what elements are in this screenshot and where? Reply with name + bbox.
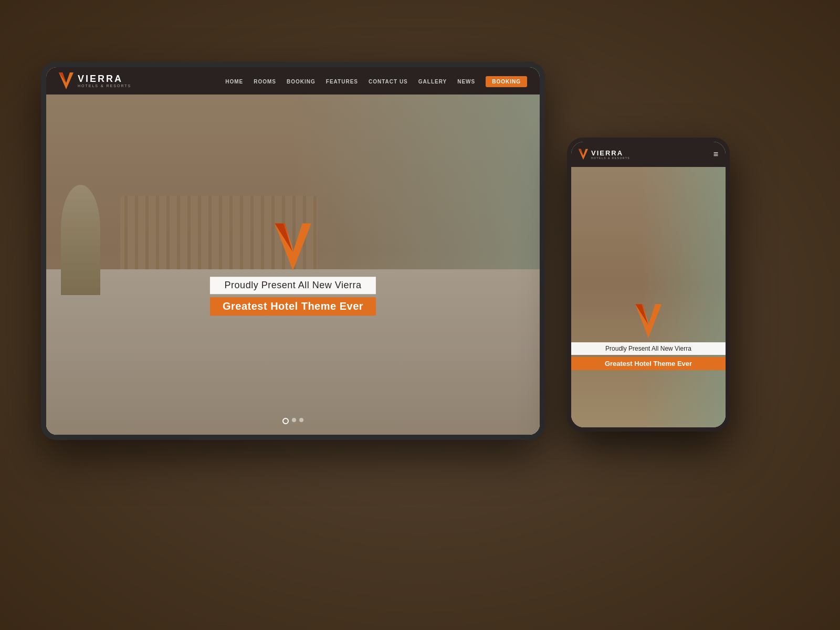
hero-headline: Greatest Hotel Theme Ever: [210, 297, 376, 316]
nav-item-gallery[interactable]: GALLERY: [418, 76, 447, 86]
logo-brand-subtitle: HOTELS & RESORTS: [78, 84, 131, 88]
mobile-navbar: VIERRA HOTELS & RESORTS ≡: [571, 142, 726, 167]
slider-dots[interactable]: [282, 418, 303, 424]
slider-dot-3[interactable]: [299, 418, 303, 422]
mobile-hero-v-icon: [635, 304, 662, 338]
svg-marker-8: [635, 304, 648, 325]
mobile-hero-content: Proudly Present All New Vierra Greatest …: [571, 304, 726, 370]
nav-item-booking[interactable]: BOOKING: [287, 76, 316, 86]
logo-brand-name: VIERRA: [78, 74, 131, 83]
mobile-hotel-background: [571, 142, 726, 427]
nav-item-home[interactable]: HOME: [225, 76, 243, 86]
mobile-logo-brand-subtitle: HOTELS & RESORTS: [591, 156, 630, 160]
mobile-frame: VIERRA HOTELS & RESORTS ≡: [567, 138, 730, 432]
mobile-hero-headline: Greatest Hotel Theme Ever: [571, 357, 726, 370]
hero-v-icon: [275, 223, 311, 270]
tablet-screen: VIERRA HOTELS & RESORTS HOME ROOMS BOOKI…: [46, 67, 540, 435]
nav-item-news[interactable]: NEWS: [457, 76, 475, 86]
logo-area[interactable]: VIERRA HOTELS & RESORTS: [59, 72, 131, 89]
logo-text-group: VIERRA HOTELS & RESORTS: [78, 74, 131, 88]
nav-item-features[interactable]: FEATURES: [326, 76, 358, 86]
nav-item-contact[interactable]: CONTACT US: [369, 76, 408, 86]
mobile-logo-brand-name: VIERRA: [591, 150, 630, 156]
tablet-hero-content: Proudly Present All New Vierra Greatest …: [210, 223, 376, 316]
mobile-logo-text-group: VIERRA HOTELS & RESORTS: [591, 150, 630, 160]
hamburger-menu-icon[interactable]: ≡: [713, 150, 718, 159]
svg-marker-3: [275, 223, 293, 252]
slider-dot-2[interactable]: [292, 418, 296, 422]
mobile-hero-tagline: Proudly Present All New Vierra: [571, 342, 726, 355]
hero-tagline: Proudly Present All New Vierra: [210, 277, 376, 294]
mobile-logo-v-icon: [579, 149, 588, 160]
mobile-screen: VIERRA HOTELS & RESORTS ≡: [571, 142, 726, 427]
mobile-hero-v-logo: [571, 304, 726, 338]
tablet-navbar: VIERRA HOTELS & RESORTS HOME ROOMS BOOKI…: [46, 67, 540, 94]
nav-item-rooms[interactable]: ROOMS: [254, 76, 276, 86]
mobile-hotel-overlay: [571, 142, 726, 427]
nav-item-booking-btn[interactable]: BOOKING: [486, 76, 527, 86]
nav-links: HOME ROOMS BOOKING FEATURES CONTACT US G…: [225, 76, 527, 86]
tablet-frame: VIERRA HOTELS & RESORTS HOME ROOMS BOOKI…: [41, 62, 545, 440]
hero-v-logo: [210, 223, 376, 270]
logo-v-icon: [59, 72, 74, 89]
slider-dot-1[interactable]: [282, 418, 289, 424]
